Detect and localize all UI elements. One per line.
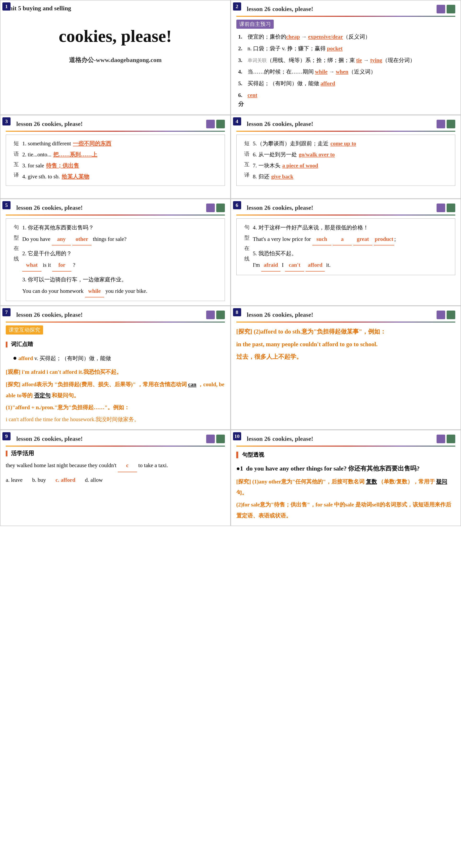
phrase-num-2: 2. tie...onto... <box>22 149 51 160</box>
fill-expensive: expensive/dear <box>308 34 343 40</box>
fill-a6: a <box>333 234 352 245</box>
choice-b: b. buy <box>32 474 46 486</box>
cell-2-header: lesson 26 cookies, please! <box>236 5 456 13</box>
website-label: 道格办公-www.daogebangong.com <box>6 56 225 64</box>
phrase-num-4-3: 7. 一块木头 <box>253 160 280 171</box>
phrase-fill-4-4: give back <box>271 171 294 182</box>
label-hu: 互 <box>14 159 19 170</box>
label-yi4: 译 <box>244 170 249 180</box>
cell9-purple-icon <box>206 435 215 443</box>
preview-tag: 课前自主预习 <box>236 20 274 29</box>
observe-7: [观察] i'm afraid i can't afford it.我恐怕买不起… <box>6 367 225 378</box>
cell-4-number: 4 <box>233 117 241 125</box>
section-bullet-9: ▌ <box>6 451 9 456</box>
sentence-content-6: 句 型 在 线 4. 对于这样一件好产品来说，那是很低的价格！ That's a… <box>241 222 451 272</box>
cell4-green-icon <box>447 120 455 128</box>
explore8-example1: in the past, many people couldn't afford… <box>236 338 456 351</box>
explore2-ex-7: i can't afford the time for the housewor… <box>6 416 140 423</box>
fill-while: while <box>315 69 327 75</box>
explore8-line1: [探究] (2)afford to do sth.意为"负担得起做某事"，例如： <box>236 326 456 338</box>
cell-6-number: 6 <box>233 201 241 209</box>
observe-label-7: [观察] <box>6 369 20 375</box>
explore1-fill-7: can <box>188 381 196 388</box>
divider-9 <box>6 445 225 446</box>
phrase-fill-4: 给某人某物 <box>62 171 89 182</box>
section-header-9: ▌ 活学活用 <box>6 450 225 457</box>
main-title: cookies, please! <box>6 26 225 46</box>
vocab-text-3: 单词关联（用线、绳等）系；拴；绑；捆；束 tie → tying（现在分词） <box>246 55 456 66</box>
fill-great6: great <box>353 234 372 245</box>
divider-5 <box>6 215 225 216</box>
cell-8-lesson: lesson 26 <box>247 311 271 318</box>
sentence-en-5-1: Do you have any other things for sale? <box>22 234 220 245</box>
cell-9-title: cookies, please! <box>42 435 83 442</box>
vocab-text-4: 当……的时候；在……期间 while → when（近义词） <box>246 66 456 78</box>
explore10-text4: (2)for sale意为"待售；供出售"，for sale 中的sale 是动… <box>236 502 451 519</box>
bullet7: ● <box>13 354 17 362</box>
cell-3-icons <box>206 120 225 128</box>
sentence-en-5-3: You can do your homework while you ride … <box>22 285 220 298</box>
explore1-7: [探究] afford表示为 "负担得起(费用、损失、后果等)" ，常用在含情态… <box>6 379 225 401</box>
sentence-cn-5-2: 2. 它是干什么用的？ <box>22 248 220 259</box>
label-xian5: 线 <box>14 254 19 264</box>
phrase-num-3: 3. for sale <box>22 160 44 171</box>
explore1-fill2-7: 否定句 <box>34 393 51 398</box>
sentence-en-5-2: what is it for ? <box>22 259 220 271</box>
vocab-section-7: ▌ 词汇点睛 ● afford v. 买得起；（有时间）做，能做 [观察] i'… <box>6 339 225 425</box>
label-xing6: 型 <box>244 232 249 243</box>
fill-afford6: afford <box>306 259 325 271</box>
vocab-num-3: 3. <box>236 55 246 66</box>
cell-4-lesson: lesson 26 <box>247 120 271 128</box>
explore8-text1: (2)afford to do sth.意为"负担得起做某事"，例如： <box>254 328 386 335</box>
fill-product6: product <box>374 234 394 245</box>
cell-8-title: cookies, please! <box>272 311 313 318</box>
explore8-cn1-text: 过去，很多人上不起学。 <box>236 353 302 360</box>
cell-5-header: lesson 26 cookies, please! <box>6 204 225 212</box>
cell-7: 7 lesson 26 cookies, please! 课堂互动探究 ▌ 词汇… <box>0 306 230 430</box>
vocab-row-6: 6.分 cent <box>236 90 456 110</box>
vocab-num-1: 1. <box>236 31 246 43</box>
vocab-num-4: 4. <box>236 66 246 78</box>
cell-4-title: cookies, please! <box>272 120 313 128</box>
section-label-7: 词汇点睛 <box>11 339 33 350</box>
cell-9-number: 9 <box>2 432 10 440</box>
divider-6 <box>236 215 456 216</box>
phrase-row-4-2: 6. 从一处到另一处 go/walk over to <box>253 149 451 160</box>
cell-6-title: cookies, please! <box>272 204 313 211</box>
explore8-ex1: in the past, many people couldn't afford… <box>236 341 378 347</box>
choice-d: d. allow <box>85 474 103 486</box>
fill-cheap: cheap <box>286 34 300 40</box>
vocab-row-3: 3. 单词关联（用线、绳等）系；拴；绑；捆；束 tie → tying（现在分词… <box>236 55 456 66</box>
explore2-7: (1)"afford + n./pron."意为"负担得起……"。例如： <box>6 402 225 413</box>
choice-c: c. afford <box>56 474 75 486</box>
label-ju5: 句 <box>14 222 19 232</box>
phrase-row-3-2: 2. tie...onto... 把……系到……上 <box>22 149 220 160</box>
phrase-row-3-1: 1. something different 一些不同的东西 <box>22 138 220 149</box>
cell6-purple-icon <box>437 204 445 212</box>
section10-content: ▌ 句型透视 ●1 do you have any other things f… <box>236 450 456 521</box>
vocab-header-7: ▌ 词汇点睛 <box>6 339 225 350</box>
fill-while5: while <box>85 285 104 298</box>
vocab-text-2: n. 口袋；袋子 v. 挣；赚下；赢得 pocket <box>246 43 456 55</box>
cell-1-number: 1 <box>2 2 10 10</box>
phrase-fill-4-2: go/walk over to <box>299 149 335 160</box>
cell-7-icons <box>206 311 225 319</box>
cell-2: 2 lesson 26 cookies, please! 课前自主预习 1. 便… <box>230 0 461 115</box>
choice-row-9: a. leave b. buy c. afford d. allow <box>6 474 225 486</box>
sentence-cn-6-1: 4. 对于这样一件好产品来说，那是很低的价格！ <box>253 222 451 234</box>
exercise-fill-9: c <box>118 460 137 472</box>
divider-4 <box>236 131 456 132</box>
cell-4-icons <box>437 120 455 128</box>
label-yi: 译 <box>14 170 19 180</box>
cell6-green-icon <box>447 204 455 212</box>
cell10-green-icon <box>447 435 455 443</box>
cell3-green-icon <box>216 120 225 128</box>
word-def-7: v. 买得起；（有时间）做，能做 <box>34 355 111 361</box>
cell-6: 6 lesson 26 cookies, please! 句 型 在 线 4. <box>230 199 461 306</box>
sentence-cn-5-3: 3. 你可以一边骑自行车，一边做家庭作业。 <box>22 274 220 285</box>
sentence-cn-6-2: 5. 我恐怕买不起。 <box>253 248 451 259</box>
vocab-text-6: cent <box>246 90 456 110</box>
fill-for5: for <box>52 259 71 271</box>
purple-icon <box>437 5 445 13</box>
word-line-7: ● afford v. 买得起；（有时间）做，能做 <box>13 351 225 365</box>
